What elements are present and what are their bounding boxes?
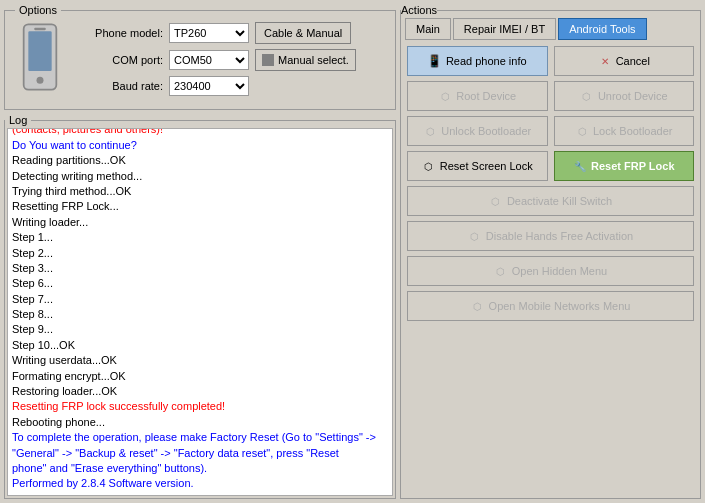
reset-frp-lock-button[interactable]: 🔧 Reset FRP Lock <box>554 151 695 181</box>
unlock-icon: ⬡ <box>423 124 437 138</box>
log-line: Detecting writing method... <box>12 169 388 184</box>
mobile-networks-icon: ⬡ <box>471 299 485 313</box>
cable-manual-button[interactable]: Cable & Manual <box>255 22 351 44</box>
action-row-7: ⬡ Open Hidden Menu <box>407 256 694 286</box>
log-line: Step 9... <box>12 322 388 337</box>
actions-content: 📱 Read phone info ✕ Cancel ⬡ Root Device… <box>401 40 700 498</box>
lock-bootloader-button[interactable]: ⬡ Lock Bootloader <box>554 116 695 146</box>
root-device-button[interactable]: ⬡ Root Device <box>407 81 548 111</box>
log-line: Writing userdata...OK <box>12 353 388 368</box>
log-line: Formating encrypt...OK <box>12 369 388 384</box>
action-row-6: ⬡ Disable Hands Free Activation <box>407 221 694 251</box>
log-line: Reading partitions...OK <box>12 153 388 168</box>
log-line: Step 6... <box>12 276 388 291</box>
lock-icon: ⬡ <box>575 124 589 138</box>
log-content[interactable]: Reset FRP operation for TP260 will delet… <box>7 128 393 496</box>
tab-android-tools[interactable]: Android Tools <box>558 18 646 40</box>
svg-point-2 <box>37 77 44 84</box>
root-icon: ⬡ <box>438 89 452 103</box>
log-line: Resetting FRP Lock... <box>12 199 388 214</box>
baud-rate-label: Baud rate: <box>73 80 163 92</box>
tabs-row: Main Repair IMEI / BT Android Tools <box>401 16 700 40</box>
log-line: Do You want to continue? <box>12 138 388 153</box>
com-port-label: COM port: <box>73 54 163 66</box>
com-port-select[interactable]: COM50 <box>169 50 249 70</box>
log-line: Performed by 2.8.4 Software version. <box>12 476 388 491</box>
log-line: Resetting FRP lock successfully complete… <box>12 399 388 414</box>
log-line: (contacts, pictures and others)! <box>12 128 388 138</box>
tab-repair-imei[interactable]: Repair IMEI / BT <box>453 18 556 40</box>
log-group: Log Reset FRP operation for TP260 will d… <box>4 114 396 499</box>
kill-switch-icon: ⬡ <box>489 194 503 208</box>
screen-lock-icon: ⬡ <box>422 159 436 173</box>
log-line: Step 7... <box>12 292 388 307</box>
log-line: Writing loader... <box>12 215 388 230</box>
unroot-icon: ⬡ <box>580 89 594 103</box>
svg-rect-3 <box>34 28 46 30</box>
options-legend: Options <box>15 4 61 16</box>
cancel-button[interactable]: ✕ Cancel <box>554 46 695 76</box>
disable-hands-free-button[interactable]: ⬡ Disable Hands Free Activation <box>407 221 694 251</box>
unroot-device-button[interactable]: ⬡ Unroot Device <box>554 81 695 111</box>
log-line: phone" and "Erase everything" buttons). <box>12 461 388 476</box>
log-line: Step 3... <box>12 261 388 276</box>
open-hidden-menu-button[interactable]: ⬡ Open Hidden Menu <box>407 256 694 286</box>
log-legend: Log <box>5 114 31 126</box>
reset-screen-lock-button[interactable]: ⬡ Reset Screen Lock <box>407 151 548 181</box>
frp-icon: 🔧 <box>573 159 587 173</box>
manual-checkbox-icon <box>262 54 274 66</box>
log-line: To complete the operation, please make F… <box>12 430 388 445</box>
manual-select-button[interactable]: Manual select. <box>255 49 356 71</box>
log-line: Step 10...OK <box>12 338 388 353</box>
action-row-3: ⬡ Unlock Bootloader ⬡ Lock Bootloader <box>407 116 694 146</box>
deactivate-kill-switch-button[interactable]: ⬡ Deactivate Kill Switch <box>407 186 694 216</box>
cancel-icon: ✕ <box>598 54 612 68</box>
open-mobile-networks-button[interactable]: ⬡ Open Mobile Networks Menu <box>407 291 694 321</box>
phone-model-label: Phone model: <box>73 27 163 39</box>
phone-info-icon: 📱 <box>428 54 442 68</box>
log-line: Rebooting phone... <box>12 415 388 430</box>
action-row-1: 📱 Read phone info ✕ Cancel <box>407 46 694 76</box>
actions-legend: Actions <box>401 4 437 16</box>
log-line: Step 8... <box>12 307 388 322</box>
phone-model-select[interactable]: TP260 <box>169 23 249 43</box>
log-line: Restoring loader...OK <box>12 384 388 399</box>
log-line: Trying third method...OK <box>12 184 388 199</box>
unlock-bootloader-button[interactable]: ⬡ Unlock Bootloader <box>407 116 548 146</box>
log-line: Step 2... <box>12 246 388 261</box>
baud-rate-select[interactable]: 230400 <box>169 76 249 96</box>
actions-panel: Actions Main Repair IMEI / BT Android To… <box>400 4 701 499</box>
phone-logo <box>15 22 65 92</box>
options-group: Options Phone model: <box>4 4 396 110</box>
action-row-2: ⬡ Root Device ⬡ Unroot Device <box>407 81 694 111</box>
hands-free-icon: ⬡ <box>468 229 482 243</box>
hidden-menu-icon: ⬡ <box>494 264 508 278</box>
action-row-5: ⬡ Deactivate Kill Switch <box>407 186 694 216</box>
read-phone-info-button[interactable]: 📱 Read phone info <box>407 46 548 76</box>
svg-rect-1 <box>28 31 51 71</box>
action-row-8: ⬡ Open Mobile Networks Menu <box>407 291 694 321</box>
log-line: Step 1... <box>12 230 388 245</box>
tab-main[interactable]: Main <box>405 18 451 40</box>
action-row-4: ⬡ Reset Screen Lock 🔧 Reset FRP Lock <box>407 151 694 181</box>
log-line: "General" -> "Backup & reset" -> "Factor… <box>12 446 388 461</box>
